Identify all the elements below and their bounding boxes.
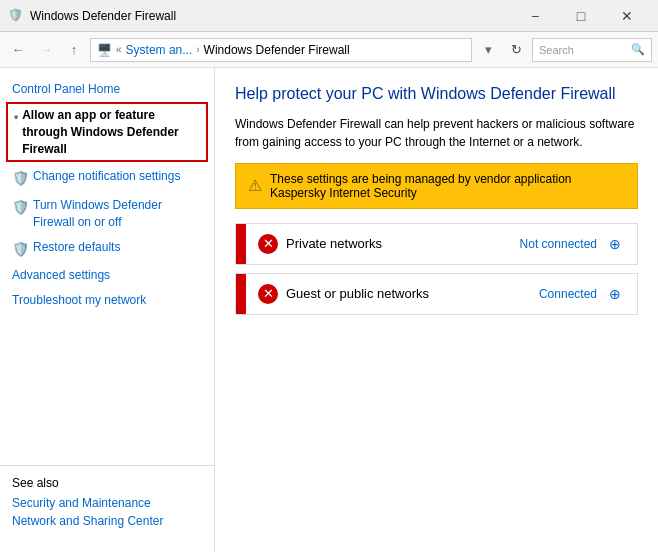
content-description: Windows Defender Firewall can help preve… bbox=[235, 115, 638, 151]
content-area: Help protect your PC with Windows Defend… bbox=[215, 68, 658, 552]
shield-icon-onoff: 🛡️ bbox=[12, 198, 29, 218]
breadcrumb-current: Windows Defender Firewall bbox=[204, 43, 350, 57]
sidebar-item-restore-defaults[interactable]: 🛡️ Restore defaults bbox=[0, 235, 214, 264]
warning-text: These settings are being managed by vend… bbox=[270, 172, 625, 200]
public-network-name: Guest or public networks bbox=[286, 286, 531, 301]
refresh-button[interactable]: ↻ bbox=[504, 38, 528, 62]
dropdown-button[interactable]: ▾ bbox=[476, 38, 500, 62]
private-network-inner: ✕ Private networks Not connected ⊕ bbox=[246, 224, 637, 264]
private-network-card[interactable]: ✕ Private networks Not connected ⊕ bbox=[235, 223, 638, 265]
private-network-status: Not connected bbox=[520, 237, 597, 251]
breadcrumb-arrow: › bbox=[196, 44, 199, 55]
minimize-button[interactable]: − bbox=[512, 0, 558, 32]
bullet-icon: • bbox=[14, 109, 18, 126]
see-also-security-maintenance[interactable]: Security and Maintenance bbox=[12, 496, 202, 510]
public-network-inner: ✕ Guest or public networks Connected ⊕ bbox=[246, 274, 637, 314]
public-network-status: Connected bbox=[539, 287, 597, 301]
app-icon: 🛡️ bbox=[8, 8, 24, 24]
window-controls: − □ ✕ bbox=[512, 0, 650, 32]
search-box[interactable]: Search 🔍 bbox=[532, 38, 652, 62]
public-network-card[interactable]: ✕ Guest or public networks Connected ⊕ bbox=[235, 273, 638, 315]
close-button[interactable]: ✕ bbox=[604, 0, 650, 32]
private-network-bar bbox=[236, 224, 246, 264]
breadcrumb-system[interactable]: System an... bbox=[126, 43, 193, 57]
see-also-title: See also bbox=[12, 476, 202, 490]
main-layout: Control Panel Home • Allow an app or fea… bbox=[0, 68, 658, 552]
breadcrumb-icon: 🖥️ bbox=[97, 43, 112, 57]
public-network-bar bbox=[236, 274, 246, 314]
private-network-error-icon: ✕ bbox=[258, 234, 278, 254]
maximize-button[interactable]: □ bbox=[558, 0, 604, 32]
title-bar-left: 🛡️ Windows Defender Firewall bbox=[8, 8, 176, 24]
warning-icon: ⚠ bbox=[248, 176, 262, 195]
breadcrumb-bar: 🖥️ « System an... › Windows Defender Fir… bbox=[90, 38, 472, 62]
see-also-network-sharing[interactable]: Network and Sharing Center bbox=[12, 514, 202, 528]
sidebar-item-change-notification[interactable]: 🛡️ Change notification settings bbox=[0, 164, 214, 193]
sidebar: Control Panel Home • Allow an app or fea… bbox=[0, 68, 215, 552]
sidebar-item-turn-on-off[interactable]: 🛡️ Turn Windows Defender Firewall on or … bbox=[0, 193, 214, 235]
public-network-expand-icon[interactable]: ⊕ bbox=[605, 286, 625, 302]
sidebar-item-advanced-settings[interactable]: Advanced settings bbox=[0, 263, 214, 288]
shield-icon-notification: 🛡️ bbox=[12, 169, 29, 189]
window-title: Windows Defender Firewall bbox=[30, 9, 176, 23]
up-button[interactable]: ↑ bbox=[62, 38, 86, 62]
public-network-error-icon: ✕ bbox=[258, 284, 278, 304]
control-panel-home-link[interactable]: Control Panel Home bbox=[0, 78, 214, 100]
page-title: Help protect your PC with Windows Defend… bbox=[235, 84, 638, 105]
back-button[interactable]: ← bbox=[6, 38, 30, 62]
title-bar: 🛡️ Windows Defender Firewall − □ ✕ bbox=[0, 0, 658, 32]
warning-banner: ⚠ These settings are being managed by ve… bbox=[235, 163, 638, 209]
private-network-expand-icon[interactable]: ⊕ bbox=[605, 236, 625, 252]
sidebar-top: Control Panel Home • Allow an app or fea… bbox=[0, 78, 214, 313]
breadcrumb-sep-1: « bbox=[116, 44, 122, 55]
sidebar-item-allow-app[interactable]: • Allow an app or feature through Window… bbox=[6, 102, 208, 162]
forward-button[interactable]: → bbox=[34, 38, 58, 62]
address-bar: ← → ↑ 🖥️ « System an... › Windows Defend… bbox=[0, 32, 658, 68]
private-network-name: Private networks bbox=[286, 236, 512, 251]
sidebar-item-troubleshoot[interactable]: Troubleshoot my network bbox=[0, 288, 214, 313]
see-also-section: See also Security and Maintenance Networ… bbox=[0, 465, 214, 542]
search-icon: 🔍 bbox=[631, 43, 645, 56]
search-placeholder: Search bbox=[539, 44, 574, 56]
shield-icon-restore: 🛡️ bbox=[12, 240, 29, 260]
